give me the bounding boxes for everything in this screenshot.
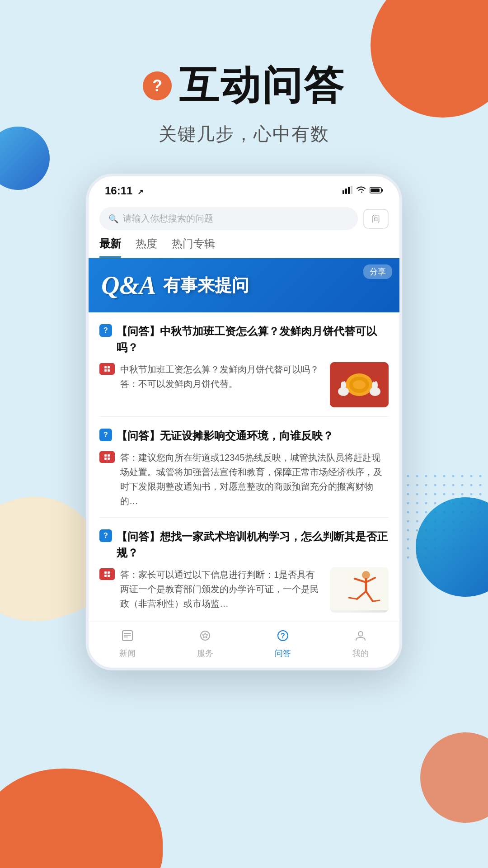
qa-item-2[interactable]: ? 【问答】无证设摊影响交通环境，向谁反映？ 答： (99, 417, 389, 518)
nav-label-profile: 我的 (352, 648, 369, 659)
nav-item-profile[interactable]: 我的 (322, 629, 399, 659)
qa-answer-content-2: 答：建议您向所在街道或12345热线反映，城管执法队员将赶赴现场处置。城管将加强… (99, 450, 389, 508)
svg-rect-8 (371, 189, 380, 192)
qa-banner: 分享 Q&A 有事来提问 (89, 258, 399, 312)
nav-item-services[interactable]: 服务 (166, 629, 244, 659)
qa-answer-row-2: 答：建议您向所在街道或12345热线反映，城管执法队员将赶赴现场处置。城管将加强… (99, 450, 389, 508)
svg-rect-4 (348, 187, 350, 194)
nav-label-qa: 问答 (275, 648, 291, 659)
answer-icon-1 (99, 363, 115, 375)
nav-label-news: 新闻 (119, 648, 136, 659)
header-title-row: ? 互动问答 (0, 59, 488, 113)
answer-icon-2 (99, 451, 115, 463)
nav-label-services: 服务 (197, 648, 213, 659)
svg-point-20 (373, 388, 377, 392)
qa-question-3: ? 【问答】想找一家武术培训机构学习，怎么判断其是否正规？ (99, 528, 389, 561)
search-icon: 🔍 (108, 214, 118, 224)
banner-chinese-label: 有事来提问 (163, 274, 249, 297)
svg-point-19 (374, 381, 378, 389)
question-icon-2: ? (99, 429, 112, 441)
nav-item-news[interactable]: 新闻 (89, 629, 166, 659)
question-text-2: 【问答】无证设摊影响交通环境，向谁反映？ (117, 428, 389, 444)
phone-mockup-wrapper: 16:11 ↗ 🔍 请输入你想搜索的问题 问 (0, 174, 488, 670)
status-time: 16:11 ↗ (105, 184, 143, 197)
nav-item-qa[interactable]: ? 问答 (244, 629, 322, 659)
qa-answer-row-3: 答：家长可以通过以下信息进行判断：1是否具有两证一个是教育部门颁发的办学许可证，… (99, 567, 389, 613)
profile-icon (354, 629, 367, 645)
phone-mockup: 16:11 ↗ 🔍 请输入你想搜索的问题 问 (86, 174, 402, 670)
status-bar: 16:11 ↗ (89, 176, 399, 202)
svg-text:?: ? (281, 632, 285, 640)
search-placeholder-text: 请输入你想搜索的问题 (123, 212, 213, 225)
banner-share-button[interactable]: 分享 (363, 264, 392, 279)
tabs-bar: 最新 热度 热门专辑 (89, 230, 399, 258)
search-box[interactable]: 🔍 请输入你想搜索的问题 (99, 207, 358, 230)
svg-rect-3 (345, 189, 347, 194)
qa-content: ? 【问答】中秋节加班工资怎么算？发鲜肉月饼代替可以吗？ (89, 312, 399, 622)
services-icon (199, 629, 211, 645)
qa-answer-row-1: 中秋节加班工资怎么算？发鲜肉月饼代替可以吗？答：不可以发鲜肉月饼代替。 (99, 362, 389, 407)
answer-icon-3 (99, 568, 115, 580)
bottom-navigation: 新闻 服务 ? 问答 我的 (89, 622, 399, 668)
question-icon-3: ? (99, 529, 112, 542)
svg-point-12 (353, 380, 366, 389)
svg-rect-21 (330, 567, 389, 610)
svg-point-16 (342, 388, 345, 392)
svg-rect-5 (351, 186, 352, 194)
svg-marker-35 (202, 633, 208, 638)
qa-item-1[interactable]: ? 【问答】中秋节加班工资怎么算？发鲜肉月饼代替可以吗？ (99, 312, 389, 417)
qa-item-3[interactable]: ? 【问答】想找一家武术培训机构学习，怎么判断其是否正规？ (99, 518, 389, 622)
qa-question-1: ? 【问答】中秋节加班工资怎么算？发鲜肉月饼代替可以吗？ (99, 323, 389, 356)
qa-answer-content-1: 中秋节加班工资怎么算？发鲜肉月饼代替可以吗？答：不可以发鲜肉月饼代替。 (99, 362, 324, 391)
wifi-icon (356, 186, 366, 196)
page-title: 互动问答 (179, 59, 345, 113)
qa-answer-content-3: 答：家长可以通过以下信息进行判断：1是否具有两证一个是教育部门颁发的办学许可证，… (99, 567, 324, 611)
signal-icon (343, 186, 352, 196)
question-text-3: 【问答】想找一家武术培训机构学习，怎么判断其是否正规？ (117, 528, 389, 561)
question-badge-icon: ? (143, 71, 172, 100)
search-area: 🔍 请输入你想搜索的问题 问 (89, 202, 399, 230)
battery-icon (370, 186, 383, 196)
qa-image-mooncake (330, 362, 389, 407)
status-icons (343, 186, 383, 196)
qa-icon-active: ? (277, 629, 289, 645)
tab-latest[interactable]: 最新 (99, 236, 121, 258)
bg-decoration-orange-bottom (0, 769, 163, 868)
tab-hot[interactable]: 热度 (136, 236, 157, 258)
qa-question-2: ? 【问答】无证设摊影响交通环境，向谁反映？ (99, 428, 389, 444)
question-icon-1: ? (99, 324, 112, 337)
header: ? 互动问答 关键几步，心中有数 (0, 0, 488, 146)
svg-line-29 (373, 600, 380, 601)
bg-decoration-orange-bottom-right (420, 732, 488, 823)
svg-point-38 (358, 632, 363, 636)
page-subtitle: 关键几步，心中有数 (0, 122, 488, 146)
answer-text-3: 答：家长可以通过以下信息进行判断：1是否具有两证一个是教育部门颁发的办学许可证，… (120, 567, 324, 611)
qa-image-martial (330, 567, 389, 613)
svg-point-15 (343, 381, 346, 389)
svg-point-34 (201, 631, 210, 640)
svg-rect-2 (343, 190, 344, 194)
search-question-button[interactable]: 问 (363, 209, 389, 229)
news-icon (121, 629, 134, 645)
tab-featured[interactable]: 热门专辑 (172, 236, 215, 258)
answer-text-1: 中秋节加班工资怎么算？发鲜肉月饼代替可以吗？答：不可以发鲜肉月饼代替。 (120, 362, 324, 391)
svg-rect-7 (381, 189, 383, 192)
svg-point-22 (362, 571, 370, 579)
answer-text-2: 答：建议您向所在街道或12345热线反映，城管执法队员将赶赴现场处置。城管将加强… (120, 450, 389, 508)
question-text-1: 【问答】中秋节加班工资怎么算？发鲜肉月饼代替可以吗？ (117, 323, 389, 356)
banner-qa-label: Q&A 有事来提问 (101, 271, 387, 300)
